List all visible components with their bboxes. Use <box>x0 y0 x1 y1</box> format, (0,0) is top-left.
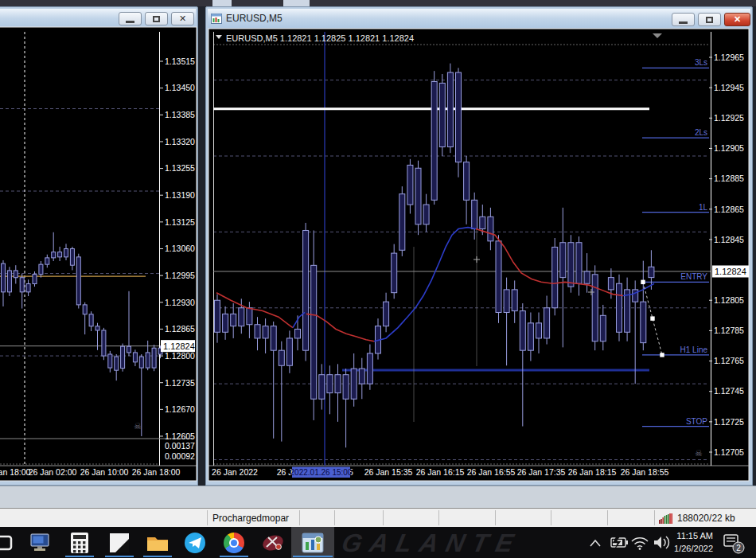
price-label: 1.12905 <box>714 143 744 153</box>
candle-body <box>2 263 6 292</box>
price-label: 1.12885 <box>714 174 744 183</box>
price-label: 1.13125 <box>165 217 195 227</box>
candle-body <box>423 205 429 224</box>
account-name: Prochargedmopar <box>212 513 289 524</box>
tray-clock[interactable]: 11:15 AM 1/26/2022 <box>665 529 713 555</box>
candle-body <box>263 326 268 338</box>
time-label: an 18:00 <box>0 467 31 477</box>
running-indicator <box>220 556 248 557</box>
taskbar: GALANTE <box>0 527 756 558</box>
candle-body <box>456 72 462 162</box>
candle-body <box>26 283 30 291</box>
price-label: 1.12845 <box>714 235 744 244</box>
price-label: 1.12670 <box>165 404 195 414</box>
candle-body <box>327 375 333 393</box>
candle-body <box>271 326 276 351</box>
candle-body <box>311 265 317 399</box>
partial-window-icon[interactable] <box>0 529 19 556</box>
current-price: 1.12824 <box>163 341 195 351</box>
candle-body <box>139 357 143 368</box>
time-label: 26 Jan 02:00 <box>29 467 77 477</box>
ohlc-header: EURUSD,M5 1.12821 1.12825 1.12821 1.1282… <box>226 33 414 43</box>
indicator-value: 0.00137 <box>165 441 195 451</box>
candle-body <box>14 271 18 278</box>
candle-body <box>407 165 413 205</box>
time-label: 26 Jan 16:55 <box>467 467 516 477</box>
candle-body <box>303 230 309 350</box>
candle-body <box>633 290 638 302</box>
price-label: 1.12765 <box>714 356 744 365</box>
time-label: 26 Jan 18:00 <box>132 467 181 477</box>
price-label: 1.13385 <box>165 110 195 119</box>
mdi-strip <box>0 486 756 508</box>
trade-level-label: 3Ls <box>695 58 707 67</box>
trendline-handle[interactable] <box>650 316 654 320</box>
trade-level-label: ENTRY <box>680 272 707 281</box>
candle-body <box>286 338 292 365</box>
main-chart[interactable]: 3Ls2Ls1LENTRYH1 LineSTOP1.129651.129451.… <box>208 29 749 481</box>
charts-canvas[interactable]: 1.135151.134501.133851.133201.132551.131… <box>0 0 756 558</box>
running-indicator <box>65 556 94 557</box>
current-price: 1.12824 <box>715 267 746 276</box>
candle-body <box>488 217 493 241</box>
candle-body <box>52 252 56 258</box>
candle-body <box>359 369 364 384</box>
price-label: 1.12865 <box>714 205 744 214</box>
candle-body <box>576 243 582 284</box>
clock-date: 1/26/2022 <box>665 542 713 555</box>
candle-body <box>89 314 93 326</box>
candle-body <box>295 329 301 338</box>
candle-body <box>146 353 150 368</box>
status-bar: Prochargedmopar 188020/22 kb <box>0 508 756 527</box>
time-tooltip: 2022.01.26 15:00 <box>290 468 353 477</box>
calculator-icon[interactable] <box>64 529 95 556</box>
wifi-icon[interactable] <box>632 538 648 550</box>
candle-body <box>447 72 453 146</box>
candle-body <box>384 302 389 326</box>
price-label: 1.12865 <box>165 324 195 334</box>
price-label: 1.12745 <box>714 386 744 396</box>
candle-body <box>108 354 112 368</box>
candle-body <box>415 168 421 224</box>
notification-icon[interactable]: 2 <box>724 535 744 553</box>
trendline-handle[interactable] <box>641 280 645 284</box>
left-chart[interactable]: 1.135151.134501.133851.133201.132551.131… <box>0 27 197 481</box>
price-label: 1.13255 <box>165 163 195 173</box>
candle-body <box>231 314 236 326</box>
file-explorer-icon[interactable] <box>142 529 173 556</box>
battery-icon[interactable] <box>611 537 628 548</box>
telegram-icon[interactable] <box>179 529 211 556</box>
traffic-counter: 188020/22 kb <box>677 513 735 524</box>
price-label: 1.12925 <box>714 113 744 123</box>
running-indicator <box>293 556 333 557</box>
computer-icon[interactable] <box>25 529 57 556</box>
candle-body <box>102 330 106 356</box>
price-label: 1.13060 <box>165 244 195 253</box>
candle-body <box>76 257 80 305</box>
candle-body <box>552 247 558 307</box>
candle-body <box>351 369 357 399</box>
tray-expand-icon[interactable] <box>590 540 600 546</box>
candle-body <box>127 346 131 353</box>
candle-body <box>649 267 654 277</box>
time-label: 26 Jan 18:15 <box>568 467 617 477</box>
contrast-app-icon[interactable] <box>103 529 135 556</box>
metatrader-icon[interactable] <box>297 529 329 556</box>
price-label: 1.12930 <box>165 298 195 307</box>
price-label: 1.12605 <box>165 431 195 441</box>
running-indicator <box>143 556 172 557</box>
trade-level-label: 2Ls <box>695 128 707 137</box>
candle-body <box>480 217 485 228</box>
candle-body <box>568 243 574 287</box>
trade-level-label: 1L <box>699 203 708 212</box>
running-indicator <box>105 556 134 557</box>
candle-body <box>464 162 470 201</box>
chrome-icon[interactable] <box>218 529 250 556</box>
badge-count: 2 <box>736 544 741 552</box>
candle-body <box>215 300 220 332</box>
trendline-handle[interactable] <box>660 353 664 357</box>
candle-body <box>152 348 156 368</box>
snipping-tool-icon[interactable] <box>257 529 289 556</box>
skull-icon: ☠ <box>695 448 703 458</box>
price-label: 1.13515 <box>165 57 195 66</box>
